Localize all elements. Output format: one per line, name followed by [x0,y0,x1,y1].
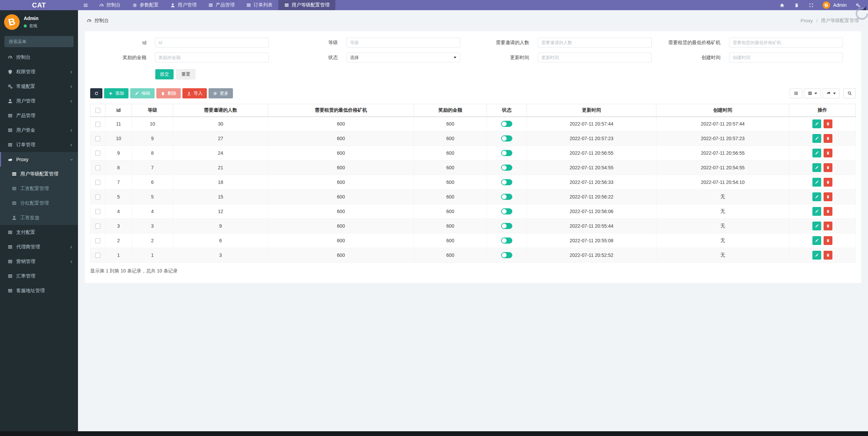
sidebar-item-marketing-management[interactable]: 营销管理 [0,254,78,269]
sidebar-item-product-management[interactable]: 产品管理 [0,108,78,123]
submit-button[interactable]: 提交 [155,69,174,79]
nav-item-params[interactable]: 参数配置 [126,0,164,10]
nav-item-products[interactable]: 产品管理 [202,0,240,10]
row-edit-button[interactable] [812,149,821,157]
invites-field[interactable] [538,38,652,48]
row-checkbox[interactable] [95,122,100,127]
min-miner-field[interactable] [729,38,843,48]
nav-item-user-level-config[interactable]: 用户等级配置管理 [278,0,335,10]
more-button[interactable]: 更多 [209,88,233,98]
clear-cache-button[interactable] [789,0,804,10]
status-toggle[interactable] [501,194,512,200]
column-header-reward: 奖励的金额 [414,104,487,117]
row-edit-button[interactable] [812,178,821,187]
sidebar-item-order-management[interactable]: 订单管理 [0,137,78,152]
row-edit-button[interactable] [812,134,821,143]
status-select[interactable]: 选择 [346,53,460,62]
user-icon [7,98,13,104]
cell-actions [789,117,856,131]
status-toggle[interactable] [501,179,512,185]
row-delete-button[interactable] [824,163,832,172]
sidebar-item-general-config[interactable]: 常规配置 [0,79,78,94]
row-checkbox[interactable] [95,136,100,141]
menu-search-button[interactable] [73,36,74,47]
reward-field[interactable] [155,53,269,62]
status-toggle[interactable] [501,238,512,244]
status-toggle[interactable] [501,121,512,127]
row-checkbox[interactable] [95,253,100,258]
menu-search-input[interactable] [4,36,73,47]
nav-item-dashboard[interactable]: 控制台 [93,0,126,10]
sidebar-item-user-management[interactable]: 用户管理 [0,94,78,108]
export-dropdown-button[interactable] [823,88,840,98]
edit-button[interactable]: 编辑 [130,88,155,98]
updated-time-field[interactable] [538,53,652,62]
row-edit-button[interactable] [812,251,821,260]
select-all-checkbox[interactable] [95,108,100,113]
fullscreen-button[interactable] [804,0,818,10]
columns-dropdown-button[interactable] [804,88,821,98]
row-delete-button[interactable] [824,251,832,260]
breadcrumb-parent[interactable]: Proxy [801,18,813,23]
row-delete-button[interactable] [824,236,832,245]
row-edit-button[interactable] [812,222,821,230]
row-checkbox[interactable] [95,209,100,214]
row-checkbox[interactable] [95,165,100,170]
toggle-search-button[interactable] [843,88,856,98]
delete-button[interactable]: 删除 [156,88,181,98]
row-edit-button[interactable] [812,119,821,128]
status-toggle[interactable] [501,223,512,229]
sidebar-item-dividend-config[interactable]: 分红配置管理 [0,196,78,210]
row-delete-button[interactable] [824,149,832,157]
sidebar-item-dashboard[interactable]: 控制台 [0,50,78,64]
nav-item-orders[interactable]: 订单列表 [240,0,278,10]
row-checkbox[interactable] [95,194,100,200]
row-checkbox[interactable] [95,180,100,185]
status-toggle[interactable] [501,165,512,171]
row-delete-button[interactable] [824,222,832,230]
refresh-button[interactable] [90,88,102,98]
row-delete-button[interactable] [824,134,832,143]
nav-item-users[interactable]: 用户管理 [164,0,202,10]
sidebar-item-agent-management[interactable]: 代理商管理 [0,240,78,254]
row-delete-button[interactable] [824,192,832,201]
row-edit-button[interactable] [812,236,821,245]
avatar[interactable]: B [4,14,20,30]
home-button[interactable] [775,0,789,10]
row-delete-button[interactable] [824,207,832,216]
import-button[interactable]: 导入 [182,88,207,98]
row-edit-button[interactable] [812,207,821,216]
status-toggle[interactable] [501,135,512,141]
sidebar-item-user-funds[interactable]: 用户资金 [0,123,78,137]
user-menu[interactable]: B Admin [818,0,851,10]
row-edit-button[interactable] [812,163,821,172]
sidebar-toggle-button[interactable] [78,0,93,10]
sidebar-item-permissions[interactable]: 权限管理 [0,64,78,79]
row-checkbox[interactable] [95,238,100,243]
status-toggle[interactable] [501,252,512,258]
row-checkbox[interactable] [95,151,100,156]
page-title: 控制台 [86,18,109,24]
row-delete-button[interactable] [824,178,832,187]
status-toggle[interactable] [501,208,512,214]
sidebar-item-service-address[interactable]: 客服地址管理 [0,283,78,298]
level-field[interactable] [346,38,460,48]
sidebar-item-label: 控制台 [16,54,31,60]
row-delete-button[interactable] [824,119,832,128]
sidebar-item-exchange-rate[interactable]: 汇率管理 [0,269,78,283]
sidebar-item-payment-config[interactable]: 支付配置 [0,225,78,240]
add-button[interactable]: 添加 [104,88,129,98]
cell-created: 无 [656,204,789,219]
status-toggle[interactable] [501,150,512,156]
id-field[interactable] [155,38,269,48]
sidebar-item-salary-payout[interactable]: 工资发放 [0,210,78,225]
row-checkbox[interactable] [95,224,100,229]
reset-button[interactable]: 重置 [176,69,195,79]
detail-view-button[interactable] [790,88,802,98]
cell-reward: 600 [414,175,487,190]
sidebar-item-user-level-config[interactable]: 用户等级配置管理 [0,167,78,181]
sidebar-item-salary-config[interactable]: 工资配置管理 [0,181,78,196]
row-edit-button[interactable] [812,192,821,201]
sidebar-item-proxy[interactable]: Proxy [0,152,78,167]
created-time-field[interactable] [729,53,843,62]
